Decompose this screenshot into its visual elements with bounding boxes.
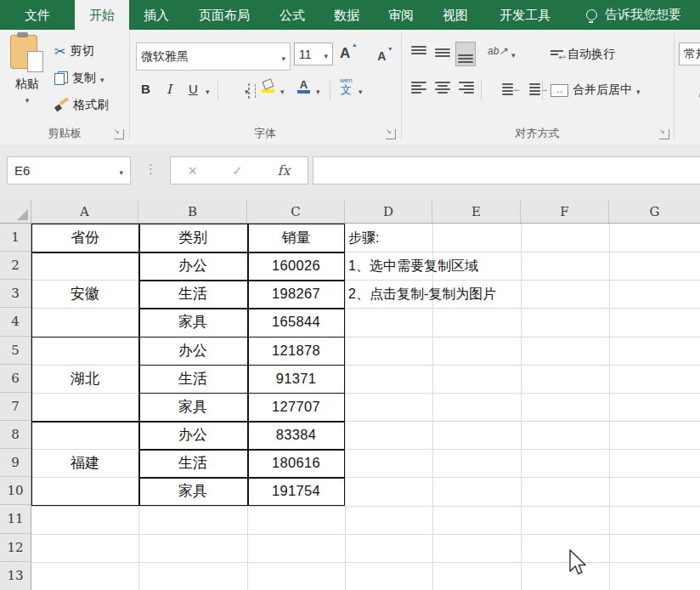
align-top-button[interactable] bbox=[411, 46, 426, 59]
name-box[interactable]: E6 bbox=[7, 156, 131, 184]
font-size-caret[interactable] bbox=[324, 48, 328, 61]
underline-button[interactable]: U bbox=[189, 82, 198, 96]
cell-C2[interactable]: 160026 bbox=[247, 252, 345, 280]
row-header-7[interactable]: 7 bbox=[0, 393, 31, 421]
copy-button[interactable]: 复制 bbox=[54, 67, 104, 89]
borders-caret[interactable] bbox=[245, 83, 249, 97]
cell-C3[interactable]: 198267 bbox=[247, 280, 345, 308]
orientation-caret[interactable] bbox=[511, 47, 516, 60]
fill-color-caret[interactable] bbox=[280, 83, 285, 97]
column-header-B[interactable]: B bbox=[138, 201, 247, 223]
cell-B4[interactable]: 家具 bbox=[138, 308, 247, 336]
cell-C10[interactable]: 191754 bbox=[247, 477, 345, 505]
row-header-5[interactable]: 5 bbox=[0, 337, 31, 365]
cell-B3[interactable]: 生活 bbox=[138, 280, 247, 308]
cell-B6[interactable]: 生活 bbox=[138, 365, 247, 393]
tell-me-box[interactable]: 告诉我您想要 bbox=[586, 0, 681, 30]
cell-A2-merged[interactable]: 安徽 bbox=[31, 252, 138, 336]
font-name-caret[interactable] bbox=[281, 50, 285, 64]
tab-file[interactable]: 文件 bbox=[0, 0, 75, 30]
column-header-G[interactable]: G bbox=[609, 201, 700, 223]
paste-button[interactable]: 粘贴 bbox=[3, 33, 51, 122]
row-header-2[interactable]: 2 bbox=[0, 252, 31, 280]
phonetic-caret[interactable] bbox=[358, 83, 363, 97]
tab-developer[interactable]: 开发工具 bbox=[483, 0, 567, 30]
row-header-4[interactable]: 4 bbox=[0, 308, 31, 336]
cell-D2[interactable]: 1、选中需要复制区域 bbox=[348, 252, 629, 280]
cell-B2[interactable]: 办公 bbox=[138, 252, 247, 280]
cell-C4[interactable]: 165844 bbox=[247, 308, 345, 336]
tab-page-layout[interactable]: 页面布局 bbox=[183, 0, 265, 30]
cell-B1[interactable]: 类别 bbox=[138, 224, 247, 252]
tab-formulas[interactable]: 公式 bbox=[265, 0, 319, 30]
column-header-A[interactable]: A bbox=[31, 201, 138, 223]
phonetic-guide-button[interactable]: wén 文 bbox=[340, 77, 353, 95]
enter-icon[interactable]: ✓ bbox=[232, 163, 243, 179]
row-header-3[interactable]: 3 bbox=[0, 280, 31, 308]
row-header-6[interactable]: 6 bbox=[0, 365, 31, 393]
cell-C8[interactable]: 83384 bbox=[247, 421, 345, 449]
cell-D3[interactable]: 2、点击复制-复制为图片 bbox=[348, 280, 629, 308]
cell-B7[interactable]: 家具 bbox=[138, 393, 247, 421]
paste-dropdown-caret[interactable] bbox=[25, 92, 30, 105]
cell-A5-merged[interactable]: 湖北 bbox=[31, 337, 138, 421]
row-header-8[interactable]: 8 bbox=[0, 421, 31, 449]
font-color-caret[interactable] bbox=[316, 83, 320, 97]
cell-B9[interactable]: 生活 bbox=[138, 449, 247, 477]
column-header-F[interactable]: F bbox=[521, 201, 609, 223]
decrease-font-size-button[interactable]: A▾ bbox=[377, 49, 386, 63]
row-header-13[interactable]: 13 bbox=[0, 562, 31, 590]
insert-function-icon[interactable]: fx bbox=[278, 162, 291, 179]
merge-center-caret[interactable] bbox=[636, 83, 641, 97]
cell-C7[interactable]: 127707 bbox=[247, 393, 345, 421]
cell-C5[interactable]: 121878 bbox=[247, 337, 345, 365]
cell-C6[interactable]: 91371 bbox=[247, 365, 345, 393]
clipboard-dialog-launcher-icon[interactable] bbox=[114, 129, 124, 139]
alignment-dialog-launcher-icon[interactable] bbox=[659, 129, 669, 139]
fill-color-button[interactable] bbox=[262, 80, 274, 93]
format-painter-button[interactable]: 格式刷 bbox=[54, 94, 109, 116]
merge-center-button[interactable]: ↔ 合并后居中 bbox=[550, 79, 641, 101]
column-header-D[interactable]: D bbox=[345, 201, 432, 223]
align-bottom-button[interactable] bbox=[455, 42, 476, 66]
increase-font-size-button[interactable]: A▴ bbox=[340, 45, 350, 61]
align-middle-button[interactable] bbox=[435, 46, 450, 59]
bold-button[interactable]: B bbox=[141, 82, 150, 96]
tab-review[interactable]: 审阅 bbox=[374, 0, 428, 30]
wrap-text-button[interactable]: ↩ 自动换行 bbox=[550, 43, 615, 65]
cell-B8[interactable]: 办公 bbox=[138, 421, 247, 449]
cut-button[interactable]: ✂ 剪切 bbox=[54, 40, 93, 62]
cell-C1[interactable]: 销量 bbox=[247, 224, 345, 252]
formula-input[interactable] bbox=[313, 156, 700, 184]
formula-bar-separator-dots[interactable] bbox=[144, 162, 157, 177]
align-left-button[interactable] bbox=[411, 82, 426, 94]
cell-D1[interactable]: 步骤: bbox=[348, 224, 603, 252]
name-box-caret[interactable] bbox=[119, 163, 123, 179]
column-header-E[interactable]: E bbox=[432, 201, 521, 223]
cell-B5[interactable]: 办公 bbox=[138, 337, 247, 365]
row-header-12[interactable]: 12 bbox=[0, 534, 31, 562]
column-header-C[interactable]: C bbox=[247, 201, 345, 223]
font-color-button[interactable]: A bbox=[297, 80, 310, 94]
cell-C9[interactable]: 180616 bbox=[247, 449, 345, 477]
tab-view[interactable]: 视图 bbox=[428, 0, 483, 30]
tab-home[interactable]: 开始 bbox=[75, 0, 129, 30]
select-all-corner[interactable] bbox=[0, 201, 31, 223]
font-size-select[interactable]: 11 bbox=[294, 43, 333, 65]
row-header-11[interactable]: 11 bbox=[0, 505, 31, 533]
copy-dropdown-caret[interactable] bbox=[100, 71, 104, 85]
tab-insert[interactable]: 插入 bbox=[129, 0, 183, 30]
cell-B10[interactable]: 家具 bbox=[138, 477, 247, 505]
align-right-button[interactable] bbox=[459, 82, 474, 94]
orientation-button[interactable]: ab↗ bbox=[488, 45, 507, 57]
cell-A8-merged[interactable]: 福建 bbox=[31, 421, 138, 505]
row-header-9[interactable]: 9 bbox=[0, 449, 31, 477]
underline-caret[interactable] bbox=[206, 83, 210, 97]
number-format-select[interactable]: 常规 bbox=[679, 43, 700, 65]
row-header-1[interactable]: 1 bbox=[0, 224, 31, 252]
cell-A1[interactable]: 省份 bbox=[31, 224, 138, 252]
row-header-10[interactable]: 10 bbox=[0, 477, 31, 505]
align-center-button[interactable] bbox=[435, 82, 450, 94]
font-dialog-launcher-icon[interactable] bbox=[386, 129, 396, 139]
tab-data[interactable]: 数据 bbox=[319, 0, 374, 30]
